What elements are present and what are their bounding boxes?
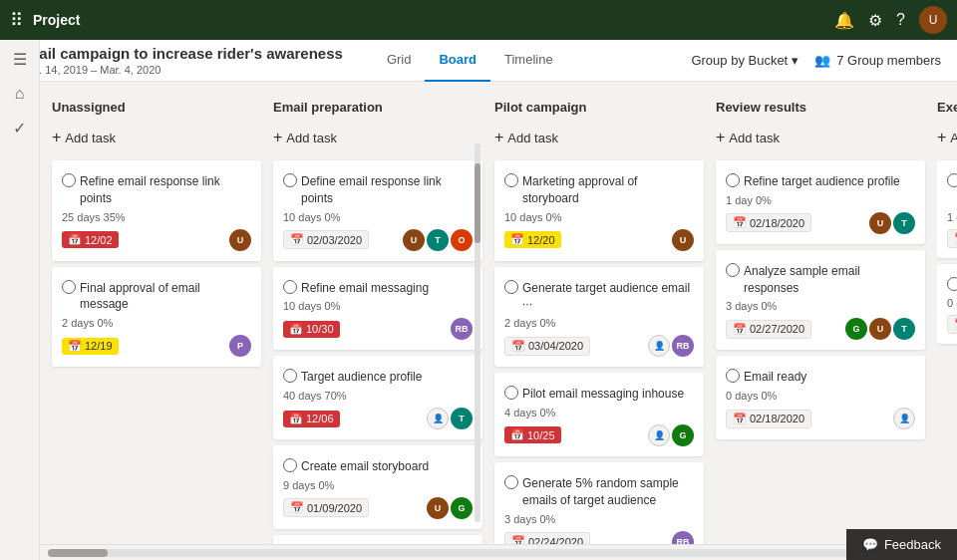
- add-task-review[interactable]: + Add task: [716, 123, 925, 152]
- sub-header: Email campaign to increase rider's aware…: [0, 40, 957, 82]
- card-emailprep-1: Refine email messaging 10 days 0% 📅 10/3…: [273, 267, 482, 351]
- task-checkbox[interactable]: [62, 173, 76, 187]
- members-button[interactable]: 👥 7 Group members: [814, 53, 941, 68]
- task-checkbox[interactable]: [504, 173, 518, 187]
- add-task-label: Add task: [65, 131, 116, 145]
- calendar-icon: 📅: [289, 323, 303, 336]
- card-footer: 📅 12/19 P: [62, 335, 251, 357]
- avatar: T: [893, 212, 915, 234]
- hamburger-icon[interactable]: ☰: [13, 50, 27, 69]
- add-task-email-prep[interactable]: + Add task: [273, 123, 482, 152]
- card-title: Refine target audience profile: [744, 173, 900, 190]
- right-actions: Group by Bucket ▾ 👥 7 Group members: [691, 53, 941, 68]
- card-review-2: Email ready 0 days 0% 📅 02/18/2020 👤: [716, 356, 925, 439]
- avatar: 👤: [893, 408, 915, 429]
- card-footer: 📅 03/04/2020 👤 RB: [504, 335, 694, 357]
- card-footer: 📅 03/04/2020: [947, 315, 957, 334]
- avatar-row: 👤: [893, 408, 915, 429]
- card-footer: 📅 12/06 👤 T: [283, 408, 473, 429]
- avatar: U: [403, 229, 425, 251]
- date-badge: 📅 02/18/2020: [726, 410, 811, 428]
- home-icon[interactable]: ⌂: [15, 85, 25, 103]
- task-checkbox[interactable]: [726, 369, 740, 383]
- task-checkbox[interactable]: [504, 280, 518, 294]
- calendar-icon: 📅: [511, 535, 525, 544]
- avatar: 👤: [648, 335, 670, 357]
- card-footer: 📅 02/27/2020 G U T: [726, 318, 915, 340]
- avatar: T: [893, 318, 915, 340]
- avatar: O: [451, 229, 473, 251]
- tab-grid[interactable]: Grid: [373, 40, 426, 82]
- add-task-pilot[interactable]: + Add task: [494, 123, 704, 152]
- card-meta: 2 days 0%: [62, 317, 251, 329]
- members-icon: 👥: [814, 53, 830, 68]
- add-task-unassigned[interactable]: + Add task: [52, 123, 261, 152]
- user-avatar[interactable]: U: [919, 6, 947, 34]
- task-checkbox[interactable]: [283, 280, 297, 294]
- column-scrollbar[interactable]: [475, 143, 480, 522]
- add-task-execute[interactable]: + Add task: [937, 123, 957, 152]
- date-badge: 📅 02/19/2020: [947, 229, 957, 248]
- card-pilot-0: Marketing approval of storyboard 10 days…: [494, 160, 704, 261]
- tab-board[interactable]: Board: [425, 40, 490, 82]
- avatar-row: 👤 RB: [648, 335, 694, 357]
- task-checkbox[interactable]: [283, 173, 297, 187]
- grid-dots-icon[interactable]: ⠿: [10, 9, 23, 31]
- card-title: Marketing approval of storyboard: [522, 173, 694, 207]
- avatar-row: 👤 T: [427, 408, 473, 429]
- scroll-track: [48, 549, 949, 557]
- column-unassigned: Unassigned + Add task Refine email respo…: [52, 94, 261, 532]
- calendar-icon: 📅: [68, 340, 82, 353]
- card-emailprep-3: Create email storyboard 9 days 0% 📅 01/0…: [273, 445, 482, 529]
- tab-bar: Grid Board Timeline: [373, 40, 567, 82]
- plus-icon: +: [273, 129, 282, 146]
- avatar-row: U T: [869, 212, 915, 234]
- add-task-label: Add task: [507, 131, 558, 145]
- avatar: U: [427, 497, 449, 519]
- card-title: Analyze sample email responses: [744, 263, 915, 297]
- task-checkbox[interactable]: [504, 386, 518, 400]
- tab-timeline[interactable]: Timeline: [490, 40, 567, 82]
- check-icon[interactable]: ✓: [13, 119, 26, 138]
- card-emailprep-4: Develop email message 3 days 0% 📅 02/06/…: [273, 535, 482, 544]
- help-icon[interactable]: ?: [896, 11, 905, 29]
- card-review-0: Refine target audience profile 1 day 0% …: [716, 160, 925, 244]
- date-badge: 📅 12/20: [504, 231, 561, 248]
- card-title: Target audience profile: [301, 369, 422, 386]
- top-nav: ⠿ Project 🔔 ⚙ ? U: [0, 0, 957, 40]
- card-pilot-3: Generate 5% random sample emails of targ…: [494, 462, 704, 544]
- card-review-1: Analyze sample email responses 3 days 0%…: [716, 250, 925, 351]
- task-checkbox[interactable]: [504, 475, 518, 489]
- card-emailprep-0: Define email response link points 10 day…: [273, 160, 482, 261]
- card-pilot-1: Generate target audience email ··· 2 day…: [494, 267, 704, 368]
- avatar: U: [229, 229, 251, 251]
- group-by-button[interactable]: Group by Bucket ▾: [691, 53, 798, 68]
- card-footer: 📅 02/19/2020: [947, 229, 957, 248]
- avatar: G: [845, 318, 867, 340]
- task-checkbox[interactable]: [947, 277, 957, 291]
- calendar-icon: 📅: [290, 501, 304, 514]
- task-checkbox[interactable]: [283, 458, 297, 472]
- card-footer: 📅 01/09/2020 U G: [283, 497, 473, 519]
- card-footer: 📅 02/03/2020 U T O: [283, 229, 473, 251]
- card-title: Email ready: [744, 369, 806, 386]
- card-meta: 3 days 0%: [504, 513, 694, 525]
- bell-icon[interactable]: 🔔: [834, 11, 854, 30]
- avatar: P: [229, 335, 251, 357]
- task-checkbox[interactable]: [283, 369, 297, 383]
- task-checkbox[interactable]: [726, 173, 740, 187]
- calendar-icon: 📅: [511, 340, 525, 353]
- gear-icon[interactable]: ⚙: [868, 11, 882, 30]
- date-badge: 📅 12/06: [283, 411, 340, 427]
- card-meta: 0 days 0%: [726, 390, 915, 402]
- plus-icon: +: [52, 129, 61, 146]
- horizontal-scrollbar[interactable]: [40, 544, 957, 560]
- column-email-preparation: Email preparation + Add task Define emai…: [273, 94, 482, 532]
- task-checkbox[interactable]: [62, 280, 76, 294]
- feedback-button[interactable]: 💬 Feedback: [846, 529, 957, 560]
- task-checkbox[interactable]: [947, 173, 957, 187]
- column-execute-campaign: Execute cam… + Add task Purchase target …: [937, 94, 957, 532]
- avatar-row: U G: [427, 497, 473, 519]
- avatar: U: [672, 229, 694, 251]
- task-checkbox[interactable]: [726, 263, 740, 277]
